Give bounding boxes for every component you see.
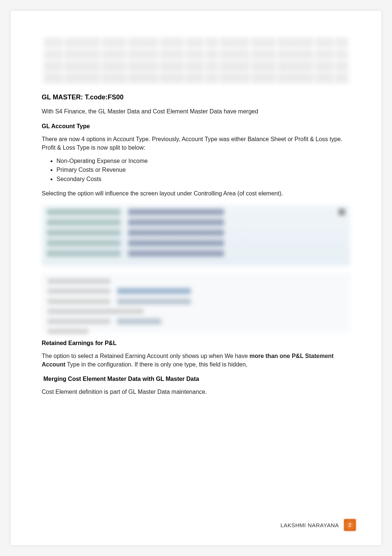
heading-merging: Merging Cost Element Master Data with GL…: [42, 376, 350, 382]
list-item: Primary Costs or Revenue: [56, 166, 350, 175]
page-number-badge: 2: [344, 519, 356, 531]
paragraph-merging: Cost Element definition is part of GL Ma…: [42, 388, 350, 396]
account-type-bullet-list: Non-Operating Expense or Income Primary …: [56, 157, 350, 184]
page-footer: LAKSHMI NARAYANA 2: [281, 519, 356, 531]
page-frame: GL MASTER: T.code:FS00 With S4 Finance, …: [10, 10, 382, 546]
paragraph-selecting-option: Selecting the option will influence the …: [42, 189, 350, 198]
footer-author: LAKSHMI NARAYANA: [281, 522, 339, 528]
list-item: Secondary Costs: [56, 175, 350, 184]
heading-gl-account-type: GL Account Type: [42, 123, 350, 130]
heading-retained-earnings: Retained Earnings for P&L: [42, 340, 350, 347]
paragraph-gl-master-intro: With S4 Finance, the GL Master Data and …: [42, 107, 350, 116]
heading-gl-master: GL MASTER: T.code:FS00: [42, 93, 350, 101]
blurred-table-image: [42, 36, 350, 84]
blurred-dropdown-image: [42, 205, 350, 266]
paragraph-retained-earnings: The option to select a Retained Earning …: [42, 352, 350, 369]
paragraph-account-type-intro: There are now 4 options in Account Type.…: [42, 135, 350, 152]
blurred-form-image: [42, 273, 350, 332]
text: Type in the configuration. If there is o…: [65, 361, 247, 368]
page-content: GL MASTER: T.code:FS00 With S4 Finance, …: [21, 21, 371, 535]
text: The option to select a Retained Earning …: [42, 353, 250, 359]
list-item: Non-Operating Expense or Income: [56, 157, 350, 166]
